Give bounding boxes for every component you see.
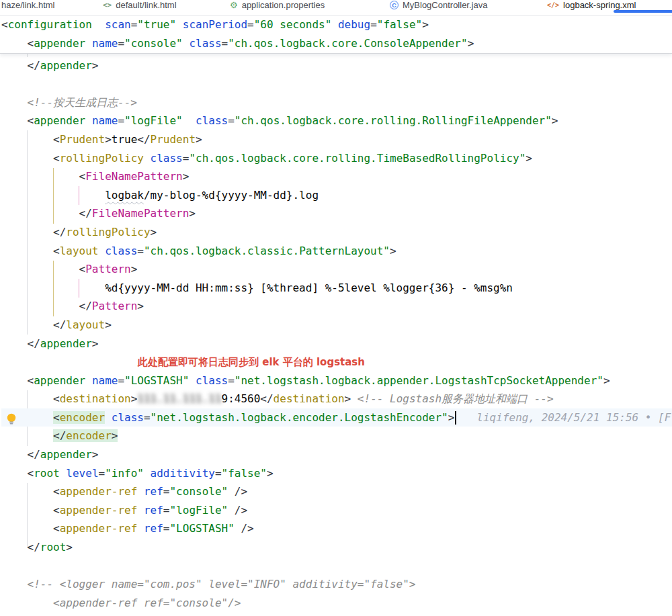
code-token bbox=[1, 207, 79, 220]
code-token: < bbox=[53, 485, 60, 498]
code-token bbox=[1, 170, 79, 183]
code-line[interactable]: <appender name="logFile" class="ch.qos.l… bbox=[1, 112, 672, 130]
code-line[interactable]: <layout class="ch.qos.logback.classic.Pa… bbox=[1, 242, 672, 261]
code-token: > bbox=[151, 226, 157, 238]
code-line[interactable]: </layout> bbox=[1, 316, 672, 335]
code-area[interactable]: </encoder> </appender> <!--按天生成日志--> <ap… bbox=[0, 38, 672, 612]
code-token: < bbox=[53, 504, 60, 517]
code-token bbox=[1, 485, 53, 498]
code-line[interactable]: <FileNamePattern> bbox=[1, 167, 672, 186]
code-line[interactable]: </FileNamePattern> bbox=[1, 204, 672, 223]
code-token bbox=[99, 245, 106, 257]
code-token: <!--按天生成日志--> bbox=[28, 96, 137, 109]
code-line[interactable]: </appender> bbox=[1, 335, 672, 353]
code-token: appender bbox=[40, 448, 92, 461]
code-token: scanPeriod bbox=[183, 18, 247, 31]
code-line[interactable]: </root> bbox=[1, 538, 672, 557]
code-line[interactable] bbox=[1, 75, 672, 93]
code-token: "logFile" bbox=[169, 504, 228, 517]
code-line[interactable]: <appender-ref ref="console"/> bbox=[1, 594, 672, 613]
code-token: = bbox=[118, 114, 124, 127]
code-token bbox=[85, 37, 92, 50]
code-line[interactable]: <root level="info" additivity="false"> bbox=[1, 464, 672, 483]
html-file-icon: <> bbox=[103, 1, 112, 9]
code-editor[interactable]: </encoder> </appender> <!--按天生成日志--> <ap… bbox=[0, 15, 672, 616]
code-token: > bbox=[92, 448, 99, 461]
code-token: encoder bbox=[60, 411, 105, 424]
tab-myblogcontroller-java[interactable]: C MyBlogController.java bbox=[390, 0, 487, 13]
code-line[interactable]: logbak/my-blog-%d{yyyy-MM-dd}.log bbox=[1, 186, 672, 205]
code-line[interactable]: </appender> bbox=[1, 445, 672, 464]
code-line[interactable]: <appender-ref ref="LOGSTASH" /> bbox=[1, 519, 672, 538]
code-token: true bbox=[112, 133, 138, 146]
code-token: "true" bbox=[137, 18, 176, 31]
code-token: name bbox=[92, 114, 118, 127]
masked-ip: 111.11.111.11 bbox=[137, 392, 221, 405]
code-token: debug bbox=[338, 18, 370, 31]
code-line[interactable]: <!-- <logger name="com.pos" level="INFO"… bbox=[1, 575, 672, 594]
code-line[interactable]: <rollingPolicy class="ch.qos.logback.cor… bbox=[1, 149, 672, 168]
intention-bulb-icon[interactable] bbox=[6, 413, 17, 425]
code-line[interactable] bbox=[1, 557, 672, 576]
code-token: destination bbox=[274, 392, 345, 405]
code-line[interactable]: <configuration scan="true" scanPeriod="6… bbox=[1, 15, 672, 34]
tab-default-link-html[interactable]: <> default/link.html bbox=[103, 0, 177, 13]
tab-application-properties[interactable]: ⚙ application.properties bbox=[230, 0, 325, 13]
code-token: < bbox=[28, 374, 34, 387]
code-token: < bbox=[53, 152, 60, 165]
code-line[interactable]: <Pattern> bbox=[1, 260, 672, 279]
code-line[interactable]: <appender name="LOGSTASH" class="net.log… bbox=[1, 371, 672, 390]
code-token: < bbox=[1, 18, 8, 31]
code-line[interactable]: </appender> bbox=[1, 56, 672, 75]
code-token: /> bbox=[235, 504, 247, 517]
code-token: = bbox=[137, 245, 144, 257]
code-token: > bbox=[526, 152, 532, 165]
code-line[interactable]: <destination>111.11.111.119:4560</destin… bbox=[1, 390, 672, 408]
code-line[interactable]: <encoder class="net.logstash.logback.enc… bbox=[1, 408, 672, 427]
code-token bbox=[137, 522, 144, 535]
code-line[interactable]: </rollingPolicy> bbox=[1, 223, 672, 242]
code-token: = bbox=[228, 374, 235, 387]
code-token bbox=[351, 392, 358, 405]
code-token: </ bbox=[28, 448, 40, 461]
code-token: > bbox=[448, 411, 455, 424]
code-token bbox=[1, 541, 28, 554]
code-line[interactable]: </Pattern> bbox=[1, 297, 672, 316]
code-token bbox=[1, 300, 79, 312]
code-line[interactable]: %d{yyyy-MM-dd HH:mm:ss} [%thread] %-5lev… bbox=[1, 279, 672, 298]
code-token bbox=[1, 578, 28, 590]
code-line[interactable]: <appender-ref ref="logFile" /> bbox=[1, 501, 672, 520]
code-token: > bbox=[603, 374, 610, 387]
xml-file-icon: </> bbox=[547, 1, 559, 9]
code-line[interactable]: <!--按天生成日志--> bbox=[1, 93, 672, 112]
code-token: = bbox=[228, 114, 235, 127]
code-token bbox=[228, 504, 235, 517]
code-token: /> bbox=[235, 485, 247, 498]
code-token: class bbox=[151, 152, 183, 165]
code-token: < bbox=[28, 467, 34, 480]
code-token: appender-ref bbox=[60, 504, 138, 517]
code-token: class bbox=[112, 411, 144, 424]
code-line[interactable]: <appender-ref ref="console" /> bbox=[1, 482, 672, 501]
code-token: appender bbox=[34, 114, 85, 127]
code-token bbox=[228, 485, 235, 498]
code-token: name bbox=[92, 37, 118, 50]
code-line[interactable]: 此处配置即可将日志同步到 elk 平台的 logstash bbox=[1, 353, 672, 371]
tab-haze-link-html[interactable]: haze/link.html bbox=[1, 0, 54, 13]
code-token: destination bbox=[60, 392, 131, 405]
code-token: < bbox=[79, 170, 86, 183]
java-class-icon: C bbox=[390, 1, 398, 9]
code-token: </ bbox=[79, 300, 92, 312]
code-token: > bbox=[267, 467, 274, 480]
code-token: > bbox=[345, 392, 351, 405]
code-token: ref bbox=[144, 504, 163, 517]
code-token: < bbox=[79, 263, 86, 275]
code-token: "false" bbox=[222, 467, 267, 480]
code-token bbox=[189, 374, 196, 387]
code-line[interactable]: <appender name="console" class="ch.qos.l… bbox=[1, 34, 672, 53]
code-token bbox=[144, 152, 151, 165]
code-line[interactable]: <Prudent>true</Prudent> bbox=[1, 130, 672, 149]
code-line[interactable]: </encoder> bbox=[1, 427, 672, 445]
code-token: = bbox=[222, 37, 228, 50]
code-token: </ bbox=[53, 226, 66, 238]
